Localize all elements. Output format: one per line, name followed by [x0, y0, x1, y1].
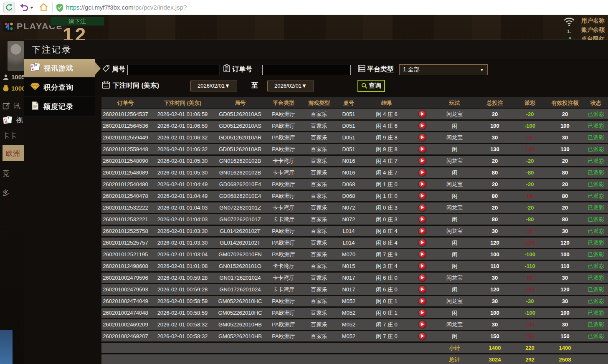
replay-button[interactable] [419, 134, 426, 141]
replay-button[interactable] [419, 169, 426, 176]
cell-valid-bet: 100 [547, 308, 583, 318]
replay-button[interactable] [419, 204, 426, 211]
table-rows: 2602010125645372026-02-01 01:06:59GD0512… [101, 109, 608, 341]
cell-table-no: N017 [336, 284, 362, 295]
green-dot [569, 37, 571, 39]
summary-payout: 220 [513, 343, 547, 353]
replay-button[interactable] [419, 321, 426, 328]
cell-bet-type: 闲 [433, 238, 476, 248]
cell-replay [412, 331, 433, 343]
cell-platform-type: PA欧洲厅 [265, 121, 302, 131]
cell-platform-type: PA欧洲厅 [265, 179, 302, 190]
lobby-item-jing[interactable]: 竞 [3, 169, 10, 178]
replay-button[interactable] [419, 157, 426, 164]
sidebar-item-points-inquiry[interactable]: 积分查询 [24, 78, 95, 97]
avatar [8, 41, 24, 71]
cell-game-type: 百家乐 [302, 331, 336, 341]
cell-status: 已派彩 [583, 109, 608, 119]
lobby-item-video[interactable]: K♥ 9 视 [3, 115, 23, 125]
cell-order-no: 260201002469209 [101, 319, 149, 330]
security-shield-icon[interactable] [56, 3, 63, 14]
address-bar[interactable]: https://gci.myf7f3bx.com/pc/pcv2/index.j… [66, 0, 187, 15]
replay-button[interactable] [419, 239, 426, 246]
home-button[interactable] [38, 2, 49, 14]
summary-total-bet: 3024 [476, 354, 513, 364]
cell-table-no: N016 [336, 167, 362, 178]
replay-button[interactable] [419, 228, 426, 235]
order-no-input[interactable] [262, 65, 351, 75]
cell-game-no: GM052262010HB [215, 331, 265, 341]
replay-button[interactable] [419, 298, 426, 305]
info-username-label: 用户名称 [581, 16, 608, 25]
replay-button[interactable] [419, 192, 426, 200]
cell-status: 已派彩 [583, 226, 608, 236]
undo-icon [19, 3, 29, 12]
cell-result: 闲 9 庄 8 [362, 132, 412, 143]
date-from-select[interactable]: 2026/02/01▼ [190, 81, 237, 91]
replay-button[interactable] [419, 146, 426, 153]
cell-game-type: 百家乐 [302, 273, 336, 283]
lobby-item-edit[interactable]: 讯 [3, 101, 20, 111]
replay-button[interactable] [419, 333, 426, 340]
search-button[interactable]: 查询 [357, 80, 385, 92]
cell-replay [412, 144, 433, 156]
refresh-button[interactable] [3, 2, 15, 13]
replay-button[interactable] [419, 263, 426, 270]
replay-button[interactable] [419, 216, 426, 223]
cell-bet-type: 闲 [433, 214, 476, 225]
cell-status: 已派彩 [583, 296, 608, 306]
table-row: 2602010125404782026-02-01 01:04:49GD0682… [101, 191, 608, 201]
lobby-item-europe[interactable]: 欧洲 [3, 145, 24, 161]
cell-valid-bet: 30 [547, 132, 583, 143]
cell-payout: -100 [513, 249, 547, 260]
cell-platform-type: 卡卡湾厅 [265, 214, 302, 225]
lobby-item-duo[interactable]: 多 [3, 188, 10, 197]
col-header-platform-type: 平台类型 [265, 97, 302, 109]
cell-result: 闲 8 庄 4 [362, 226, 412, 236]
platform-list-icon [357, 64, 366, 74]
replay-button[interactable] [419, 122, 426, 129]
replay-button[interactable] [419, 286, 426, 293]
cell-total-bet: 100 [476, 308, 513, 318]
replay-button[interactable] [419, 274, 426, 281]
cell-table-no: L014 [336, 226, 362, 236]
cell-total-bet: 120 [476, 238, 513, 248]
undo-dropdown-caret[interactable] [30, 7, 33, 9]
search-button-label: 查询 [369, 82, 381, 90]
sidebar-item-video-games[interactable]: K♥ 9 视讯游戏 [24, 59, 95, 78]
platform-type-select[interactable]: 1.全部 ▼ [399, 64, 488, 75]
cell-status: 已派彩 [583, 156, 608, 166]
date-to-select[interactable]: 2026/02/01▼ [267, 81, 314, 91]
cell-replay [412, 156, 433, 168]
cell-game-no: GN0722620101Z [215, 214, 265, 225]
cell-valid-bet: 20 [547, 179, 583, 190]
cell-platform-type: PA欧洲厅 [265, 331, 302, 341]
game-no-input[interactable] [127, 65, 220, 75]
cell-result: 闲 4 庄 6 [362, 109, 412, 119]
cell-valid-bet: 150 [547, 331, 583, 341]
cards-icon: K♥ 9 [3, 116, 13, 125]
lobby-item-kaka[interactable]: 卡卡 [3, 131, 17, 141]
platform-type-label: 平台类型 [367, 65, 394, 74]
replay-button[interactable] [419, 309, 426, 316]
cell-payout: -20 [513, 109, 547, 119]
cell-payout: 130 [513, 144, 547, 154]
cell-total-bet: 80 [476, 167, 513, 178]
moneybag-icon [3, 84, 9, 92]
cell-platform-type: PA欧洲厅 [265, 132, 302, 143]
cell-game-type: 百家乐 [302, 249, 336, 260]
cell-bet-type: 闲 [433, 121, 476, 131]
cell-valid-bet: 30 [547, 273, 583, 283]
replay-button[interactable] [419, 181, 426, 188]
undo-button[interactable] [19, 3, 29, 13]
cell-bet-type: 闲 [433, 167, 476, 178]
sidebar-item-credit-records[interactable]: 额度记录 [24, 97, 95, 116]
cell-order-no: 260201012559448 [101, 144, 149, 154]
replay-button[interactable] [419, 111, 426, 118]
replay-button[interactable] [419, 251, 426, 258]
modal-title: 下注记录 [32, 40, 72, 59]
cell-status: 已派彩 [583, 331, 608, 341]
cell-status: 已派彩 [583, 284, 608, 295]
cell-game-type: 百家乐 [302, 179, 336, 190]
cell-bet-type: 闲 [433, 249, 476, 260]
